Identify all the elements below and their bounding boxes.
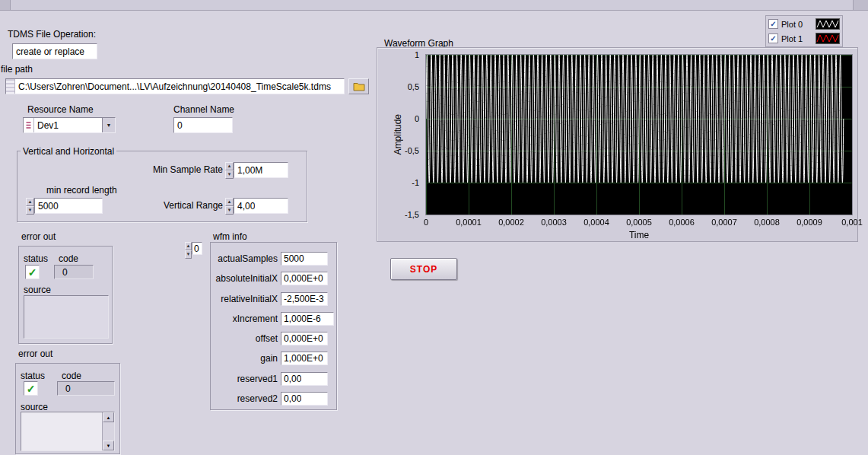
min-sample-rate-control: ▲ ▼ 1,00M	[225, 162, 288, 179]
code-value: 0	[62, 267, 68, 278]
stop-button-label: STOP	[410, 264, 437, 275]
stop-button[interactable]: STOP	[390, 258, 457, 280]
waveform-plot-area	[426, 55, 852, 215]
x-tick-label: 0,0006	[669, 218, 695, 227]
plot1-line-sample[interactable]	[816, 33, 840, 44]
min-sample-rate-value: 1,00M	[237, 165, 262, 176]
field-value: 0,000E+0	[284, 333, 323, 344]
resource-name-dropdown[interactable]: Dev1 ▼	[23, 117, 116, 133]
field-label: relativeInitialX	[212, 294, 278, 304]
y-axis-ticks: 10,50-0,5-1-1,5	[377, 55, 422, 215]
field-label: xIncrement	[212, 313, 278, 324]
decrement-icon[interactable]: ▼	[26, 206, 34, 215]
top-scrollbar-track	[0, 0, 868, 11]
wfm-index-control: ▲ ▼ 0	[185, 242, 202, 259]
field-value-box: 0,000E+0	[281, 272, 328, 285]
y-tick-label: -1,5	[405, 210, 419, 219]
min-record-length-label: min record length	[46, 185, 117, 196]
source-label: source	[24, 285, 51, 295]
error-out-bottom-label: error out	[18, 348, 52, 359]
x-tick-label: 0,0002	[498, 218, 524, 227]
channel-name-label: Channel Name	[173, 104, 234, 115]
browse-button[interactable]	[348, 78, 369, 94]
wfm-row: relativeInitialX -2,500E-3	[211, 292, 336, 306]
wfm-row: absoluteInitialX 0,000E+0	[211, 272, 336, 285]
error-out-top-label: error out	[21, 231, 56, 242]
wfm-index-value: 0	[194, 243, 199, 254]
file-path-input[interactable]: C:\Users\Zohren\Document...\LV\Aufzeichn…	[5, 78, 345, 94]
field-value-box: 1,000E+0	[281, 352, 328, 365]
field-label: reserved2	[212, 393, 278, 404]
min-sample-rate-stepper[interactable]: ▲ ▼	[225, 162, 234, 179]
increment-icon[interactable]: ▲	[225, 162, 234, 170]
x-tick-label: 0,0008	[754, 218, 780, 227]
source-scrollbar[interactable]: ▲ ▼	[102, 412, 114, 450]
decrement-icon[interactable]: ▼	[225, 206, 234, 215]
min-sample-rate-input[interactable]: 1,00M	[234, 162, 288, 178]
increment-icon[interactable]: ▲	[185, 242, 192, 250]
scrollbar-corner-right	[853, 0, 868, 10]
increment-icon[interactable]: ▲	[225, 198, 234, 206]
x-tick-label: 0,0007	[711, 218, 737, 227]
scroll-down-icon[interactable]: ▼	[103, 441, 114, 450]
wfm-row: xIncrement 1,000E-6	[211, 312, 336, 326]
increment-icon[interactable]: ▲	[26, 198, 34, 206]
wfm-index-stepper[interactable]: ▲ ▼	[185, 242, 192, 259]
min-record-length-input[interactable]: 5000	[34, 198, 103, 214]
resource-name-value: Dev1	[34, 118, 102, 132]
decrement-icon[interactable]: ▼	[185, 250, 192, 259]
code-value: 0	[65, 383, 71, 394]
scroll-up-icon[interactable]: ▲	[103, 412, 114, 422]
tdms-operation-label: TDMS File Operation:	[8, 29, 96, 40]
plot0-line-sample[interactable]	[816, 18, 840, 30]
x-tick-label: 0,0009	[796, 218, 822, 227]
file-path-label: file path	[1, 64, 33, 75]
labview-front-panel: TDMS File Operation: create or replace f…	[0, 0, 868, 455]
vertical-range-input[interactable]: 4,00	[234, 198, 288, 214]
min-sample-rate-label: Min Sample Rate	[135, 164, 223, 175]
wfm-row: actualSamples 5000	[211, 252, 336, 266]
tdms-operation-dropdown[interactable]: create or replace	[12, 43, 97, 59]
check-icon: ✓	[770, 21, 776, 28]
x-tick-label: 0,0001	[456, 218, 482, 227]
field-value: 0,00	[284, 393, 301, 404]
wfm-index-input[interactable]: 0	[192, 242, 202, 255]
vertical-range-stepper[interactable]: ▲ ▼	[225, 198, 234, 215]
tdms-operation-value: create or replace	[16, 46, 84, 57]
y-tick-label: 1	[415, 50, 419, 59]
check-icon: ✓	[770, 35, 776, 43]
legend-row-plot1: ✓ Plot 1	[767, 31, 841, 46]
field-value-box: 1,000E-6	[281, 312, 334, 326]
plot1-visibility-checkbox[interactable]: ✓	[768, 33, 778, 43]
field-value-box: -2,500E-3	[281, 292, 328, 306]
vertical-range-label: Vertical Range	[135, 200, 223, 211]
check-icon: ✓	[28, 267, 37, 278]
plot-legend: ✓ Plot 0 ✓ Plot 1	[765, 15, 843, 47]
source-field: ▲ ▼	[21, 412, 115, 451]
field-value: -2,500E-3	[284, 294, 324, 304]
dropdown-arrow-icon[interactable]: ▼	[102, 118, 115, 132]
field-value-box: 5000	[281, 252, 328, 266]
x-axis-label: Time	[426, 230, 852, 240]
x-tick-label: 0,001	[841, 218, 863, 227]
error-out-bottom-cluster: status ✓ code 0 source ▲ ▼	[15, 363, 120, 454]
y-tick-label: 0,5	[408, 82, 419, 91]
min-record-length-stepper[interactable]: ▲ ▼	[26, 198, 34, 215]
file-path-value: C:\Users\Zohren\Document...\LV\Aufzeichn…	[15, 79, 334, 94]
code-field: 0	[54, 265, 94, 279]
field-value: 1,000E+0	[284, 353, 323, 364]
field-value: 5000	[284, 253, 304, 264]
channel-name-value: 0	[177, 120, 183, 131]
field-label: actualSamples	[212, 253, 278, 264]
x-axis-ticks: 00,00010,00020,00030,00040,00050,00060,0…	[426, 218, 852, 228]
decrement-icon[interactable]: ▼	[225, 170, 234, 179]
wfm-row: gain 1,000E+0	[211, 352, 336, 365]
channel-name-input[interactable]: 0	[173, 117, 233, 133]
field-value: 1,000E-6	[284, 313, 321, 324]
plot0-visibility-checkbox[interactable]: ✓	[768, 19, 778, 29]
field-label: reserved1	[212, 374, 278, 384]
status-label: status	[21, 371, 45, 381]
y-tick-label: -0,5	[405, 146, 419, 155]
field-value-box: 0,000E+0	[281, 332, 328, 345]
check-icon: ✓	[27, 383, 36, 394]
